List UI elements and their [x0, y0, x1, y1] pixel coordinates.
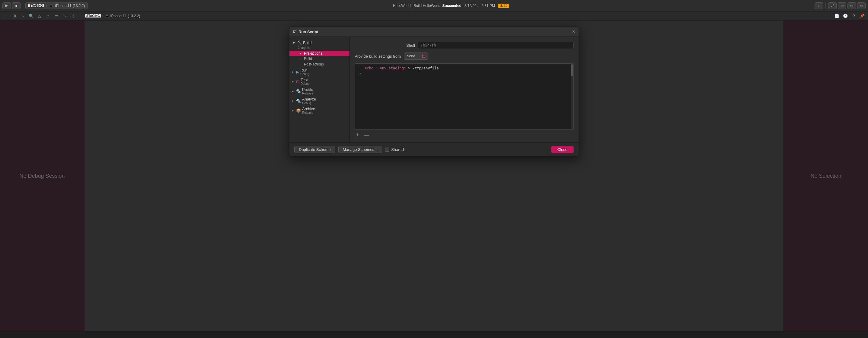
sidebar-test[interactable]: ▶ ⬡ Test Debug [289, 76, 349, 86]
breadcrumb-device: iPhone 11 (13.2.2) [111, 14, 140, 18]
sidebar-build-group[interactable]: ▼ 🔨 Build [289, 39, 349, 46]
build-check-icon: ✓ [299, 57, 303, 61]
dialog-close-button[interactable]: × [572, 29, 575, 34]
status-bar [0, 331, 868, 338]
build-icon: 🔨 [297, 40, 302, 45]
build-settings-value: None [406, 54, 415, 58]
shared-checkbox[interactable]: Shared [385, 147, 404, 152]
build-settings-dropdown[interactable]: None ⇅ [404, 53, 428, 60]
search-icon[interactable]: 🔍 [28, 13, 34, 19]
manage-schemes-button[interactable]: Manage Schemes... [338, 146, 382, 153]
code-normal-1: > /tmp/envfile [406, 66, 438, 70]
sidebar-run[interactable]: ▶ ▶ Run Debug [289, 67, 349, 76]
right-panel: No Selection [783, 21, 868, 331]
profile-triangle-icon: ▶ [292, 90, 295, 93]
profile-label: Profile [302, 87, 313, 92]
analyze-label: Analyze [302, 97, 316, 101]
analyze-sublabel: Debug [302, 101, 316, 105]
dialog-header: ☑ Run Script × [289, 27, 579, 37]
sidebar-build-item[interactable]: ✓ Build [289, 56, 349, 62]
breakpoint-icon[interactable]: ◇ [45, 13, 51, 19]
sidebar-analyze[interactable]: ▶ 🔩 Analyze Debug [289, 96, 349, 105]
view-toggle-1[interactable]: ▭ [838, 2, 846, 9]
close-button[interactable]: Close [551, 146, 574, 153]
secondary-toolbar: ← ⊞ ⌂ 🔍 △ ◇ ▭ ∿ ⬡ STAGING › 📱 iPhone 11 … [0, 11, 868, 21]
dialog-body: ▼ 🔨 Build 2 targets ✓ Pre-actions ✓ Buil… [289, 37, 579, 143]
remove-script-button[interactable]: — [363, 132, 371, 137]
grid-icon[interactable]: ⊞ [11, 13, 18, 19]
sidebar-post-actions[interactable]: Post-actions [289, 62, 349, 67]
run-label: Run [300, 68, 309, 72]
view-toggle-2[interactable]: ▭ [847, 2, 856, 9]
code-editor[interactable]: 1 echo ".env.staging" > /tmp/envfile 2 [354, 63, 574, 130]
code-string-1: ".env.staging" [373, 66, 406, 70]
scrollbar-thumb [571, 64, 573, 76]
build-settings-label: Provide build settings from [354, 54, 401, 59]
scheme-sidebar: ▼ 🔨 Build 2 targets ✓ Pre-actions ✓ Buil… [289, 37, 350, 143]
warning-badge: ⚠ 19 [498, 4, 509, 8]
editor-controls: + — [354, 132, 574, 137]
warning-icon: ⚠ [500, 4, 504, 7]
play-button[interactable]: ▶ [2, 2, 11, 9]
build-triangle-icon: ▼ [292, 40, 296, 45]
pre-actions-label: Pre-actions [304, 51, 322, 56]
build-status: HelloWorld | Build HelloWorld: Succeeded… [89, 4, 813, 8]
toolbar-right: + ⇄ ▭ ▭ ▭ [814, 2, 866, 9]
staging-icon: STAGING [85, 14, 101, 18]
analyze-icon: 🔩 [296, 99, 301, 103]
filter-icon[interactable]: ▭ [53, 13, 60, 19]
home-icon[interactable]: ⌂ [19, 13, 26, 19]
sidebar-pre-actions[interactable]: ✓ Pre-actions [289, 51, 349, 56]
wave-icon[interactable]: ∿ [62, 13, 68, 19]
sidebar-build-label: Build [303, 40, 312, 45]
file-icon[interactable]: 📄 [834, 13, 840, 19]
code-scrollbar[interactable] [571, 64, 574, 129]
arrange-button[interactable]: ⇄ [828, 2, 837, 9]
shell-row: Shell [354, 42, 574, 49]
pre-actions-check-icon: ✓ [299, 52, 303, 56]
test-label: Test [301, 78, 309, 82]
build-item-label: Build [304, 57, 312, 61]
stop-button[interactable]: ■ [12, 2, 21, 9]
build-status-text: HelloWorld | Build HelloWorld: [393, 4, 442, 8]
back-icon[interactable]: ← [2, 13, 9, 19]
hex-icon[interactable]: ⬡ [70, 13, 77, 19]
pin-icon[interactable]: 📌 [859, 13, 866, 19]
scheme-selector[interactable]: STAGING › 📱 iPhone 11 (13.2.2) [25, 2, 88, 9]
run-icon: ▶ [296, 70, 299, 74]
dialog-footer: Duplicate Scheme Manage Schemes... Share… [289, 143, 579, 156]
build-settings-row: Provide build settings from None ⇅ [354, 53, 574, 60]
top-toolbar: ▶ ■ STAGING › 📱 iPhone 11 (13.2.2) Hello… [0, 0, 868, 11]
test-sublabel: Debug [301, 82, 309, 85]
archive-triangle-icon: ▶ [292, 109, 295, 112]
main-area: No Debug Session ☑ Run Script × [0, 21, 868, 331]
editor-content: 1 echo ".env.staging" > /tmp/envfile 2 [355, 64, 574, 80]
archive-icon: 📦 [296, 108, 301, 113]
warning-count: 19 [504, 4, 507, 7]
duplicate-scheme-button[interactable]: Duplicate Scheme [294, 146, 335, 153]
alert-icon[interactable]: △ [36, 13, 43, 19]
shared-checkbox-box[interactable] [385, 148, 389, 152]
shell-input[interactable] [418, 42, 574, 49]
add-button[interactable]: + [814, 2, 823, 9]
question-icon[interactable]: ? [850, 13, 857, 19]
add-script-button[interactable]: + [354, 132, 360, 137]
shared-label: Shared [391, 147, 404, 152]
test-triangle-icon: ▶ [292, 80, 295, 83]
archive-label: Archive [302, 106, 315, 111]
sidebar-archive[interactable]: ▶ 📦 Archive Release [289, 105, 349, 115]
breadcrumb-separator-1: › [102, 14, 103, 18]
run-script-icon: ☑ [293, 30, 297, 34]
clock-icon[interactable]: 🕐 [842, 13, 849, 19]
profile-icon: 🔩 [296, 89, 301, 94]
dialog-container: ☑ Run Script × ▼ 🔨 Build 2 targets [85, 21, 783, 331]
scheme-arrow: › [46, 4, 47, 8]
staging-badge: STAGING [28, 4, 44, 7]
line-number-1: 1 [355, 65, 365, 70]
archive-sublabel: Release [302, 111, 315, 114]
sidebar-profile[interactable]: ▶ 🔩 Profile Release [289, 86, 349, 96]
run-triangle-icon: ▶ [292, 71, 295, 73]
shell-label: Shell [354, 43, 415, 48]
code-line-1: 1 echo ".env.staging" > /tmp/envfile [355, 65, 574, 71]
view-toggle-3[interactable]: ▭ [857, 2, 866, 9]
